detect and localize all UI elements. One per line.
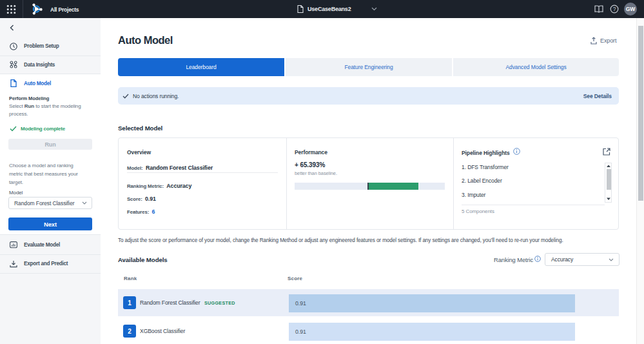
svg-text:?: ? (613, 6, 616, 12)
